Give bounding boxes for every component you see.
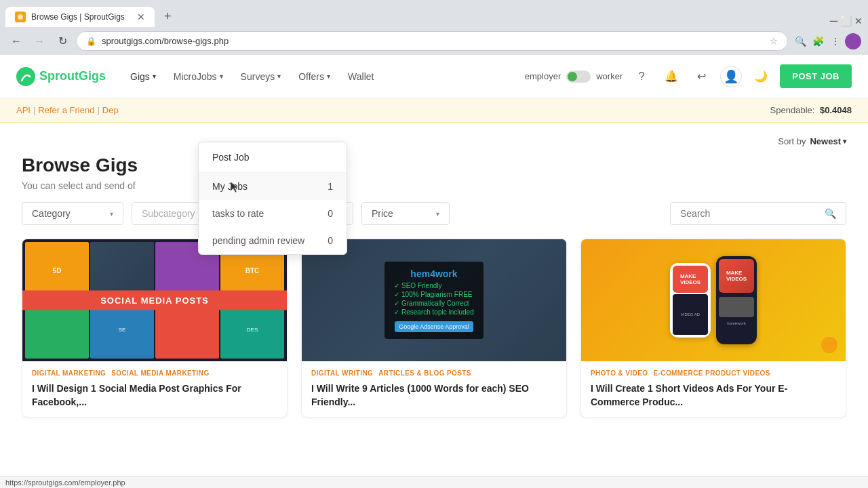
spendable-value: $0.4048 [820, 105, 852, 115]
new-tab-button[interactable]: + [155, 5, 181, 27]
tab-close-icon[interactable]: ✕ [137, 12, 145, 22]
employer-worker-toggle: employer worker [525, 70, 623, 83]
nav-wallet[interactable]: Wallet [340, 66, 382, 87]
forward-button[interactable]: → [30, 32, 49, 51]
help-button[interactable]: ? [631, 66, 652, 87]
browser-tab-bar: Browse Gigs | SproutGigs ✕ + ─ ⬜ ✕ [0, 0, 868, 27]
maximize-icon[interactable]: ⬜ [840, 16, 852, 26]
page-title: Browse Gigs [22, 155, 846, 176]
dep-link[interactable]: Dep [102, 105, 119, 115]
gig-body-2: DIGITAL WRITING ARTICLES & BLOG POSTS I … [302, 361, 566, 417]
nav-microjobs[interactable]: MicroJobs ▾ [165, 66, 231, 87]
post-job-menu-label: Post Job [212, 152, 249, 163]
profile-avatar[interactable] [845, 33, 861, 49]
page-subtitle: You can select and send of [22, 180, 846, 191]
microjobs-dropdown-arrow: ▾ [220, 73, 223, 80]
tasks-rate-count: 0 [328, 208, 333, 219]
logo-text: SproutGigs [39, 69, 106, 83]
gig-tag-1b: SOCIAL MEDIA MARKETING [111, 369, 209, 377]
search-bar[interactable]: 🔍 [670, 202, 846, 225]
gigs-dropdown-arrow: ▾ [153, 73, 156, 80]
history-button[interactable]: ↩ [690, 66, 712, 87]
category-label: Category [32, 208, 71, 219]
nav-offers[interactable]: Offers ▾ [290, 66, 338, 87]
svg-point-1 [16, 67, 35, 86]
dropdown-tasks-rate[interactable]: tasks to rate 0 [199, 200, 347, 227]
gig-image-2: hem4work ✓ SEO Friendly ✓ 100% Plagiaris… [302, 239, 566, 361]
sep1: | [33, 105, 35, 115]
gig-card-2[interactable]: hem4work ✓ SEO Friendly ✓ 100% Plagiaris… [301, 239, 567, 418]
close-window-icon[interactable]: ✕ [854, 16, 863, 26]
bookmark-icon[interactable]: ☆ [770, 36, 778, 46]
spendable: Spendable: $0.4048 [770, 105, 852, 115]
gig-tags-1: DIGITAL MARKETING SOCIAL MEDIA MARKETING [32, 369, 277, 377]
gig-tag-3b: E-COMMERCE PRODUCT VIDEOS [653, 369, 770, 377]
category-filter[interactable]: Category ▾ [22, 202, 123, 225]
gig-tag-1a: DIGITAL MARKETING [32, 369, 106, 377]
announcement-bar: API | Refer a Friend | Dep Spendable: $0… [0, 98, 868, 123]
microjobs-label: MicroJobs [174, 71, 217, 82]
spendable-label: Spendable: [770, 105, 815, 115]
back-button[interactable]: ← [7, 32, 26, 51]
notifications-button[interactable]: 🔔 [660, 66, 682, 87]
extensions-icon[interactable]: 🧩 [810, 33, 826, 49]
sort-value[interactable]: Newest ▾ [810, 136, 846, 146]
worker-label: worker [596, 71, 623, 81]
reload-button[interactable]: ↻ [53, 32, 72, 51]
gig-title-2: I Will Write 9 Articles (1000 Words for … [311, 382, 557, 409]
dropdown-post-job[interactable]: Post Job [199, 142, 347, 173]
dropdown-pending-review[interactable]: pending admin review 0 [199, 227, 347, 254]
logo-icon [16, 67, 35, 86]
gig-tag-2a: DIGITAL WRITING [311, 369, 373, 377]
navbar: SproutGigs Gigs ▾ MicroJobs ▾ Surveys ▾ … [0, 55, 868, 98]
post-job-label: POST JOB [792, 71, 840, 81]
gigs-grid: 5D BTC SE DES SOCIAL MEDIA POSTS [22, 239, 846, 418]
address-bar[interactable]: 🔒 sproutgigs.com/browse-gigs.php ☆ [76, 31, 788, 51]
dropdown-my-jobs[interactable]: My Jobs 1 [199, 173, 347, 200]
tab-favicon [15, 12, 26, 22]
browser-settings-icon[interactable]: ⋮ [827, 33, 844, 49]
search-input[interactable] [680, 208, 819, 219]
nav-gigs[interactable]: Gigs ▾ [122, 66, 164, 87]
sort-value-text: Newest [810, 136, 841, 146]
minimize-icon[interactable]: ─ [830, 15, 837, 27]
wallet-label: Wallet [348, 71, 374, 82]
surveys-label: Surveys [241, 71, 275, 82]
tasks-rate-label: tasks to rate [212, 208, 264, 219]
category-arrow: ▾ [110, 210, 113, 218]
api-link[interactable]: API [16, 105, 31, 115]
logo[interactable]: SproutGigs [16, 67, 106, 86]
toggle-dot [568, 72, 577, 81]
tab-bar-spacer: ─ ⬜ ✕ [181, 15, 868, 27]
url-text: sproutgigs.com/browse-gigs.php [102, 36, 764, 46]
dark-mode-button[interactable]: 🌙 [750, 66, 772, 87]
browser-chrome: Browse Gigs | SproutGigs ✕ + ─ ⬜ ✕ ← → ↻… [0, 0, 868, 55]
gig-card-1[interactable]: 5D BTC SE DES SOCIAL MEDIA POSTS [22, 239, 288, 418]
post-job-button[interactable]: POST JOB [780, 64, 852, 88]
card3-circle [821, 337, 837, 353]
active-tab[interactable]: Browse Gigs | SproutGigs ✕ [5, 7, 155, 27]
my-jobs-label: My Jobs [212, 181, 248, 192]
status-url: https://sproutgigs.com/employer.php [5, 479, 125, 487]
user-profile-button[interactable]: 👤 [720, 66, 742, 87]
main-content: Sort by Newest ▾ Browse Gigs You can sel… [0, 123, 868, 431]
filter-row: Category ▾ Subcategory ▾ Location ▾ Pric… [22, 202, 846, 225]
offers-label: Offers [298, 71, 324, 82]
search-engine-icon[interactable]: 🔍 [792, 33, 808, 49]
gig-card-3[interactable]: MAKEVIDEOS VIDEO AD MAKEVIDEOS homework [580, 239, 846, 418]
search-icon[interactable]: 🔍 [825, 208, 836, 219]
sort-row: Sort by Newest ▾ [22, 136, 846, 146]
pending-review-label: pending admin review [212, 235, 304, 246]
svg-point-0 [18, 14, 23, 20]
price-filter[interactable]: Price ▾ [361, 202, 450, 225]
sort-label: Sort by [778, 136, 806, 146]
gig-title-1: I Will Design 1 Social Media Post Graphi… [32, 382, 277, 409]
refer-link[interactable]: Refer a Friend [38, 105, 94, 115]
sep2: | [97, 105, 99, 115]
browser-controls: ← → ↻ 🔒 sproutgigs.com/browse-gigs.php ☆… [0, 27, 868, 55]
nav-surveys[interactable]: Surveys ▾ [233, 66, 290, 87]
toggle-switch[interactable] [566, 70, 591, 83]
gigs-label: Gigs [130, 71, 150, 82]
page-header: Browse Gigs You can select and send of [22, 155, 846, 191]
sort-dropdown-arrow: ▾ [843, 138, 846, 145]
